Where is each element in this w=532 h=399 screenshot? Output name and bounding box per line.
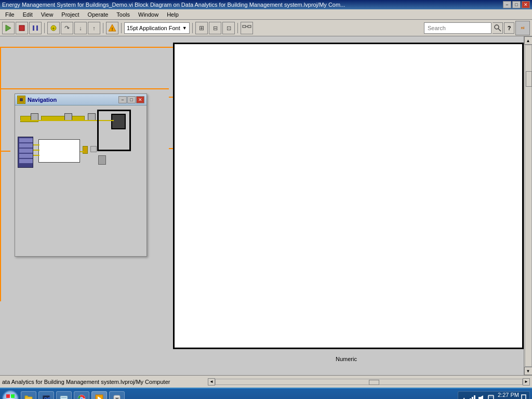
nav-title-left: Navigation (17, 96, 57, 104)
thumb-wire-5 (80, 151, 84, 152)
title-bar: Energy Management System for Buildings_D… (0, 0, 532, 9)
search-box (424, 22, 491, 34)
svg-rect-3 (36, 25, 38, 31)
abort-button[interactable] (16, 22, 28, 34)
diagram-canvas[interactable] (173, 43, 524, 349)
nav-window-icon (17, 96, 25, 104)
menu-edit[interactable]: Edit (19, 10, 37, 19)
file-explorer-icon (24, 394, 33, 399)
right-scrollbar[interactable]: ▲ ▼ (524, 36, 532, 375)
svg-rect-41 (478, 397, 481, 399)
svg-text:↷: ↷ (64, 24, 70, 32)
scroll-thumb[interactable] (526, 71, 532, 87)
tray-action-center-icon[interactable] (487, 394, 495, 400)
taskbar-chrome[interactable] (74, 391, 89, 399)
distribute-button[interactable]: ⊟ (209, 22, 221, 34)
toolbar-sep-3 (121, 23, 122, 33)
scroll-up-arrow[interactable]: ▲ (524, 36, 533, 45)
nav-close-button[interactable]: ✕ (136, 96, 144, 103)
menu-window[interactable]: Window (134, 10, 163, 19)
taskbar-item-6[interactable]: ▣ (109, 391, 125, 399)
scroll-left-arrow[interactable]: ◄ (208, 378, 215, 385)
menu-view[interactable]: View (37, 10, 58, 19)
taskbar-icon-6: ▣ (113, 394, 121, 399)
svg-rect-14 (243, 25, 246, 28)
files-icon (60, 394, 68, 399)
navigation-window: Navigation − □ ✕ (15, 94, 147, 257)
title-bar-buttons[interactable]: − □ ✕ (503, 1, 530, 8)
search-button[interactable] (493, 22, 503, 34)
font-selector[interactable]: 15pt Application Font ▼ (124, 22, 190, 34)
scroll-down-arrow[interactable]: ▼ (524, 367, 533, 375)
nav-maximize-button[interactable]: □ (127, 96, 136, 103)
thumb-small-block (83, 146, 88, 154)
scroll-track[interactable] (525, 45, 532, 367)
thumb-left-block (18, 137, 33, 168)
thumb-small-node-2 (98, 155, 106, 165)
svg-rect-29 (61, 397, 66, 398)
terminal-icon: PS (42, 394, 50, 399)
scroll-right-arrow[interactable]: ► (523, 378, 530, 385)
diagram-cleanup[interactable] (241, 22, 253, 34)
tray-expand-arrow[interactable]: ▲ (461, 396, 467, 400)
menu-file[interactable]: File (1, 10, 19, 19)
menu-tools[interactable]: Tools (112, 10, 134, 19)
clock[interactable]: 2:27 PM 1/4/2017 (497, 391, 519, 399)
thumb-dark-block (111, 114, 126, 129)
font-selector-label: 15pt Application Font (127, 25, 180, 31)
run-button[interactable] (2, 22, 15, 34)
svg-line-18 (498, 29, 501, 31)
close-button[interactable]: ✕ (522, 1, 530, 8)
help-button[interactable]: ? (504, 22, 514, 34)
menu-operate[interactable]: Operate (84, 10, 113, 19)
nav-content[interactable] (15, 105, 147, 256)
chrome-icon (77, 394, 86, 399)
thumb-wire-2 (33, 144, 39, 145)
nav-window-buttons[interactable]: − □ ✕ (118, 96, 144, 103)
start-button[interactable] (2, 390, 19, 399)
thumb-small-node-1 (90, 146, 97, 152)
status-text: ata Analytics for Building Management sy… (2, 379, 208, 385)
title-text: Energy Management System for Buildings_D… (2, 2, 345, 8)
search-input[interactable] (427, 25, 484, 31)
warn-button[interactable]: ! (106, 22, 118, 34)
pause-button[interactable] (29, 22, 42, 34)
menu-project[interactable]: Project (57, 10, 83, 19)
step-out-button[interactable]: ↑ (88, 22, 100, 34)
main-area: Navigation − □ ✕ (0, 36, 532, 375)
horizontal-scrollbar[interactable]: ◄ ► (208, 378, 530, 385)
taskbar-files[interactable] (56, 391, 72, 399)
taskbar-terminal[interactable]: PS (38, 391, 54, 399)
numeric-label: Numeric (336, 356, 357, 362)
orange-line-top (0, 47, 187, 48)
tray-network-icon[interactable] (469, 394, 476, 400)
svg-rect-39 (472, 397, 473, 400)
toolbar-sep-2 (103, 23, 103, 33)
step-into-button[interactable]: ↓ (74, 22, 87, 34)
orange-line-mid2 (0, 151, 10, 152)
taskbar-file-explorer[interactable] (21, 391, 36, 399)
svg-text:✦: ✦ (51, 26, 56, 31)
align-button[interactable]: ⊞ (195, 22, 208, 34)
taskbar-labview[interactable] (91, 391, 107, 399)
menu-help[interactable]: Help (163, 10, 183, 19)
svg-rect-21 (6, 394, 10, 398)
tray-sound-icon[interactable] (478, 394, 485, 400)
svg-text:⊡: ⊡ (226, 25, 231, 31)
minimize-button[interactable]: − (503, 1, 511, 8)
clock-time: 2:27 PM (497, 391, 519, 398)
highlight-button[interactable]: ✦ (47, 22, 60, 34)
nav-minimize-button[interactable]: − (118, 96, 127, 103)
orange-line-mid (0, 88, 187, 89)
thumb-wire-4 (33, 155, 39, 156)
step-over-button[interactable]: ↷ (61, 22, 73, 34)
hscroll-thumb[interactable] (369, 380, 379, 385)
help-icon: ? (508, 25, 511, 31)
resize-button[interactable]: ⊡ (222, 22, 235, 34)
maximize-button[interactable]: □ (512, 1, 521, 8)
svg-rect-25 (25, 397, 32, 399)
diagram-area[interactable]: Numeric (169, 36, 524, 375)
tray-show-desktop-icon[interactable] (521, 394, 526, 400)
hscroll-track[interactable] (215, 379, 523, 385)
thumb-wire-3 (33, 150, 39, 151)
